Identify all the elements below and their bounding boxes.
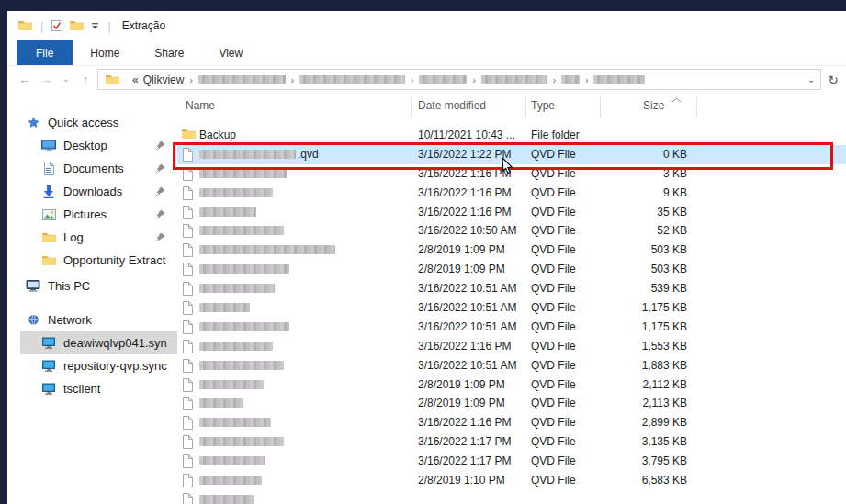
- breadcrumb-redacted-segment[interactable]: [299, 75, 405, 84]
- address-bar[interactable]: « Qlikview ›››››› ⌄: [97, 69, 821, 90]
- file-size: 3,135 KB: [577, 432, 687, 452]
- new-folder-icon[interactable]: [70, 20, 84, 31]
- file-row[interactable]: 2/8/2019 1:10 PMQVD File6,583 KB: [177, 471, 846, 490]
- file-type: QVD File: [531, 279, 576, 298]
- sidebar-item-repository-qvp-sync[interactable]: repository-qvp.sync: [7, 354, 177, 377]
- pin-icon: [155, 209, 165, 219]
- sidebar-item-downloads[interactable]: Downloads: [7, 180, 177, 203]
- tab-home[interactable]: Home: [73, 40, 137, 65]
- breadcrumb-separator-icon[interactable]: ›: [472, 75, 475, 85]
- column-separator[interactable]: [411, 96, 412, 118]
- file-row[interactable]: 3/16/2022 1:17 PMQVD File3,795 KB: [177, 452, 846, 471]
- computer-icon: [25, 280, 41, 292]
- pin-icon: [155, 140, 165, 151]
- forward-button-icon[interactable]: →: [40, 73, 52, 85]
- file-row[interactable]: 3/16/2022 1:16 PMQVD File35 KB: [177, 203, 846, 222]
- sidebar-item-quick-access[interactable]: Quick access: [7, 111, 177, 134]
- sidebar-item-this-pc[interactable]: This PC: [7, 274, 177, 297]
- up-button-icon[interactable]: ↑: [83, 73, 89, 85]
- tab-file[interactable]: File: [17, 40, 73, 65]
- sidebar-item-documents[interactable]: Documents: [7, 157, 177, 180]
- file-type: QVD File: [531, 203, 576, 222]
- file-type: QVD File: [531, 452, 576, 471]
- file-size: 503 KB: [577, 260, 687, 279]
- file-date-modified: 3/16/2022 1:17 PM: [418, 452, 511, 471]
- back-button-icon[interactable]: ←: [18, 73, 30, 85]
- netpc-icon: [40, 383, 57, 395]
- column-header-name[interactable]: Name: [186, 99, 215, 112]
- properties-check-icon[interactable]: [51, 20, 62, 31]
- window-title: Extração: [122, 19, 165, 32]
- sidebar-item-desktop[interactable]: Desktop: [7, 134, 177, 157]
- desktop-icon: [40, 140, 57, 151]
- sidebar-item-network[interactable]: Network: [7, 308, 177, 331]
- file-icon: [182, 243, 193, 259]
- column-separator[interactable]: [600, 96, 601, 118]
- file-type: QVD File: [531, 184, 576, 203]
- breadcrumb-redacted-segment[interactable]: [593, 75, 645, 84]
- file-size: 539 KB: [577, 279, 687, 298]
- file-icon: [182, 167, 193, 183]
- breadcrumb-separator-icon[interactable]: ›: [585, 75, 588, 85]
- breadcrumb-collapsed-prefix[interactable]: «: [132, 73, 139, 86]
- tab-view[interactable]: View: [201, 40, 260, 65]
- breadcrumb-redacted-segment[interactable]: [419, 75, 467, 84]
- breadcrumb-redacted-segment[interactable]: [481, 75, 547, 84]
- tab-share[interactable]: Share: [137, 40, 201, 65]
- column-header-date-modified[interactable]: Date modified: [418, 99, 486, 112]
- file-row[interactable]: 3/16/2022 1:17 PMQVD File3,135 KB: [177, 432, 846, 452]
- file-extension: .qvd: [298, 148, 319, 161]
- breadcrumb-redacted-segment[interactable]: [561, 75, 580, 84]
- file-row[interactable]: 3/16/2022 10:51 AMQVD File1,883 KB: [177, 356, 846, 375]
- file-size: 6,583 KB: [577, 471, 687, 490]
- address-dropdown-chevron-icon[interactable]: ⌄: [807, 74, 815, 84]
- column-header-type[interactable]: Type: [531, 99, 555, 112]
- column-header-size[interactable]: Size: [643, 99, 664, 112]
- sidebar-item-deawiwqlvp041-syn[interactable]: deawiwqlvp041.syn: [20, 331, 177, 354]
- file-list-pane: Name Date modified Type Size Backup10/11…: [177, 92, 846, 504]
- refresh-icon[interactable]: ↻: [828, 73, 839, 87]
- sidebar-item-label: Desktop: [63, 139, 107, 152]
- file-row[interactable]: [177, 490, 846, 504]
- sidebar-item-label: repository-qvp.sync: [63, 359, 167, 373]
- file-row[interactable]: 3/16/2022 10:51 AMQVD File1,175 KB: [177, 318, 846, 337]
- file-row[interactable]: 3/16/2022 10:51 AMQVD File1,175 KB: [177, 298, 846, 318]
- column-separator[interactable]: [696, 96, 697, 118]
- sidebar-item-pictures[interactable]: Pictures: [7, 203, 177, 226]
- file-size: 503 KB: [577, 241, 687, 260]
- explorer-window: | | Extração File Home Share View ← → ⌄ …: [7, 11, 846, 504]
- breadcrumb-separator-icon[interactable]: ›: [291, 75, 294, 85]
- netpc-icon: [40, 337, 57, 349]
- download-icon: [40, 185, 57, 198]
- file-date-modified: 3/16/2022 10:51 AM: [418, 279, 516, 298]
- file-row[interactable]: 3/16/2022 10:51 AMQVD File539 KB: [177, 279, 846, 298]
- file-row[interactable]: 3/16/2022 1:16 PMQVD File1,553 KB: [177, 337, 846, 356]
- file-row[interactable]: 3/16/2022 1:16 PMQVD File2,899 KB: [177, 413, 846, 432]
- breadcrumb-redacted-segment[interactable]: [198, 75, 286, 84]
- breadcrumb-separator-icon[interactable]: ›: [189, 75, 192, 85]
- file-date-modified: 3/16/2022 10:51 AM: [418, 318, 516, 337]
- breadcrumb-separator-icon[interactable]: ›: [553, 75, 556, 85]
- file-icon: [182, 359, 193, 375]
- file-row[interactable]: 2/8/2019 1:09 PMQVD File503 KB: [177, 260, 846, 279]
- file-size: 3 KB: [577, 164, 687, 184]
- file-row[interactable]: 2/8/2019 1:09 PMQVD File2,113 KB: [177, 394, 846, 413]
- file-type: QVD File: [531, 394, 576, 413]
- recent-locations-chevron-icon[interactable]: ⌄: [62, 75, 70, 84]
- breadcrumb-separator-icon[interactable]: ›: [411, 75, 413, 85]
- file-type: QVD File: [531, 241, 576, 260]
- file-icon: [182, 454, 193, 470]
- file-row[interactable]: 3/16/2022 10:50 AMQVD File52 KB: [177, 221, 846, 241]
- file-icon: [182, 282, 193, 297]
- file-row[interactable]: 3/16/2022 1:16 PMQVD File9 KB: [177, 184, 846, 203]
- file-row[interactable]: 2/8/2019 1:09 PMQVD File2,112 KB: [177, 375, 846, 395]
- sidebar-item-opportunity-extract[interactable]: Opportunity Extract: [7, 249, 177, 272]
- file-row[interactable]: 2/8/2019 1:09 PMQVD File503 KB: [177, 241, 846, 260]
- file-row-backup[interactable]: Backup10/11/2021 10:43 ...File folder: [177, 126, 846, 145]
- sidebar-item-log[interactable]: Log: [7, 226, 177, 249]
- sidebar-item-tsclient[interactable]: tsclient: [7, 377, 177, 400]
- breadcrumb-root[interactable]: Qlikview: [143, 73, 185, 86]
- redacted-file-name: [199, 456, 265, 465]
- column-separator[interactable]: [525, 96, 526, 118]
- qat-customize-chevron-icon[interactable]: [91, 22, 99, 30]
